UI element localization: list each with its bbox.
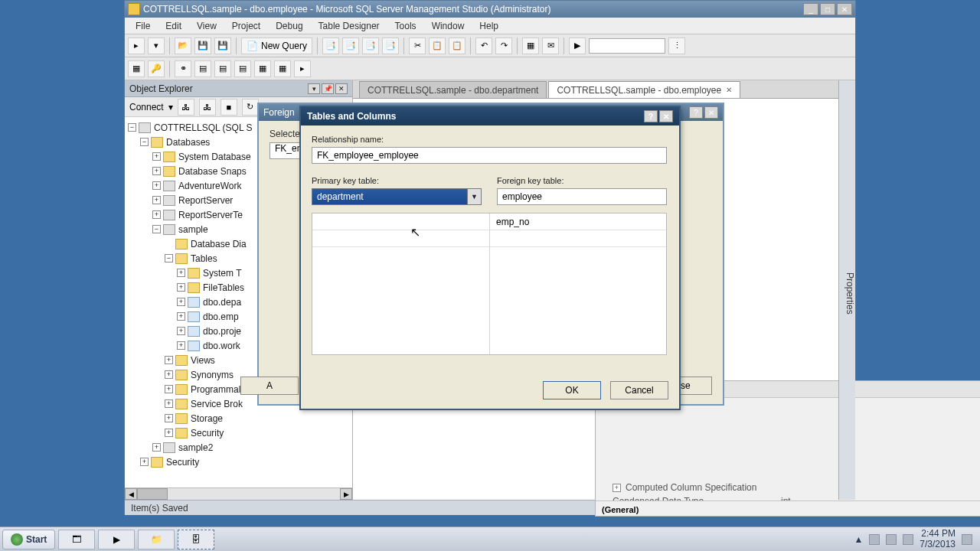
undo-button[interactable]: ↶ — [475, 37, 492, 54]
dropdown-icon[interactable]: ▼ — [467, 189, 481, 204]
tray-icon[interactable] — [869, 534, 880, 545]
db-icon — [163, 181, 175, 191]
tc-close-button[interactable]: ✕ — [659, 110, 673, 122]
db-icon — [163, 210, 175, 220]
tb2-8[interactable]: ▸ — [294, 60, 311, 77]
menu-debug[interactable]: Debug — [270, 19, 309, 33]
open-file-button[interactable]: 📂 — [175, 37, 191, 54]
new-query-button[interactable]: 📄New Query — [241, 37, 312, 54]
tree-hscroll[interactable]: ◀▶ — [125, 487, 352, 500]
clock[interactable]: 2:44 PM7/3/2013 — [920, 529, 956, 549]
window-title: COTTRELLSQL.sample - dbo.employee - Micr… — [143, 4, 550, 15]
fk-column-cell[interactable] — [490, 230, 666, 247]
tb2-idx[interactable]: ▤ — [194, 60, 211, 77]
connect-btn4[interactable]: ↻ — [242, 99, 259, 116]
open-button[interactable]: ▾ — [148, 37, 165, 54]
tb2-key[interactable]: 🔑 — [148, 60, 165, 77]
redo-button[interactable]: ↷ — [495, 37, 512, 54]
new-project-button[interactable]: ▸ — [128, 37, 145, 54]
tbtn-3[interactable]: 📑 — [362, 37, 379, 54]
cut-button[interactable]: ✂ — [409, 37, 426, 54]
pk-column-cell[interactable] — [312, 214, 489, 230]
fk-list-item[interactable]: FK_em — [270, 142, 303, 159]
menu-tools[interactable]: Tools — [389, 19, 423, 33]
folder-icon — [188, 268, 200, 279]
tb2-7[interactable]: ▦ — [274, 60, 291, 77]
titlebar[interactable]: COTTRELLSQL.sample - dbo.employee - Micr… — [125, 1, 855, 18]
paste-button[interactable]: 📋 — [449, 37, 466, 54]
server-icon — [139, 122, 151, 133]
db-icon — [163, 442, 175, 453]
fk-add-button[interactable]: A — [240, 377, 299, 395]
tab-department[interactable]: COTTRELLSQL.sample - dbo.department — [359, 81, 547, 98]
connect-label[interactable]: Connect — [129, 102, 164, 112]
tc-help-button[interactable]: ? — [644, 110, 658, 122]
oe-pin-button[interactable]: 📌 — [322, 83, 334, 94]
tray-arrow-icon[interactable]: ▲ — [854, 534, 863, 545]
menu-project[interactable]: Project — [226, 19, 266, 33]
oe-drop-button[interactable]: ▾ — [308, 83, 320, 94]
relationship-name-input[interactable]: FK_employee_employee — [312, 147, 667, 164]
ok-button[interactable]: OK — [543, 381, 601, 399]
tbtn-1[interactable]: 📑 — [322, 37, 339, 54]
connect-btn3[interactable]: ■ — [220, 99, 237, 116]
close-button[interactable]: ✕ — [837, 3, 852, 15]
search-input[interactable] — [589, 38, 665, 54]
fk-column-cell[interactable]: emp_no — [490, 214, 666, 230]
toolbar-secondary: ▦ 🔑 ⚭ ▤ ▤ ▤ ▦ ▦ ▸ — [125, 57, 855, 80]
tray-network-icon[interactable] — [903, 534, 913, 545]
tc-dialog-title[interactable]: Tables and Columns ? ✕ — [301, 107, 679, 126]
tb2-chk[interactable]: ▤ — [214, 60, 231, 77]
tbtn-7[interactable]: ⋮ — [668, 37, 685, 54]
show-desktop[interactable] — [962, 534, 972, 545]
save-all-button[interactable]: 💾 — [214, 37, 231, 54]
minimize-button[interactable]: _ — [803, 3, 818, 15]
tbtn-4[interactable]: 📑 — [382, 37, 399, 54]
tab-employee[interactable]: COTTRELLSQL.sample - dbo.employee✕ — [548, 81, 740, 98]
menu-edit[interactable]: Edit — [159, 19, 188, 33]
tb2-6[interactable]: ▦ — [254, 60, 271, 77]
pk-table-select[interactable]: department ▼ — [312, 188, 482, 205]
pk-column-cell[interactable] — [312, 230, 489, 247]
taskbar[interactable]: Start 🗔 ▶ 📁 🗄 ▲ 2:44 PM7/3/2013 — [0, 527, 980, 551]
maximize-button[interactable]: □ — [820, 3, 835, 15]
tbtn-6[interactable]: ✉ — [542, 37, 559, 54]
menu-view[interactable]: View — [191, 19, 223, 33]
fk-table-input[interactable]: employee — [497, 188, 667, 205]
folder-icon — [163, 166, 175, 177]
cp-general[interactable]: (General) — [596, 500, 980, 517]
tab-close-icon[interactable]: ✕ — [726, 86, 732, 94]
object-explorer-header[interactable]: Object Explorer ▾ 📌 ✕ — [125, 80, 352, 97]
column-mapping-grid[interactable]: emp_no — [312, 213, 667, 355]
cancel-button[interactable]: Cancel — [610, 381, 668, 399]
tb2-1[interactable]: ▦ — [128, 60, 145, 77]
save-button[interactable]: 💾 — [194, 37, 211, 54]
taskbar-ssms[interactable]: 🗄 — [178, 530, 214, 549]
folder-icon — [151, 457, 163, 468]
taskbar-folder[interactable]: 📁 — [138, 530, 175, 549]
menu-table-designer[interactable]: Table Designer — [312, 19, 386, 33]
folder-icon — [151, 137, 163, 148]
table-icon — [188, 311, 200, 322]
connect-btn2[interactable]: 🖧 — [199, 99, 216, 116]
system-tray[interactable]: ▲ 2:44 PM7/3/2013 — [846, 529, 980, 549]
tb2-5[interactable]: ▤ — [234, 60, 251, 77]
connect-btn1[interactable]: 🖧 — [178, 99, 194, 116]
taskbar-explorer[interactable]: 🗔 — [58, 530, 95, 549]
tbtn-5[interactable]: ▦ — [522, 37, 539, 54]
taskbar-powershell[interactable]: ▶ — [98, 530, 135, 549]
menu-window[interactable]: Window — [426, 19, 471, 33]
tbtn-2[interactable]: 📑 — [342, 37, 359, 54]
oe-close-button[interactable]: ✕ — [335, 83, 348, 94]
fk-help-button[interactable]: ? — [689, 106, 703, 119]
tb2-rel[interactable]: ⚭ — [175, 60, 191, 77]
tray-flag-icon[interactable] — [886, 534, 897, 545]
menu-help[interactable]: Help — [473, 19, 505, 33]
properties-sidebar-tab[interactable]: Properties — [838, 80, 855, 500]
start-button[interactable]: Start — [2, 530, 55, 549]
menu-file[interactable]: File — [129, 19, 156, 33]
fk-close-button[interactable]: ✕ — [704, 106, 718, 119]
copy-button[interactable]: 📋 — [429, 37, 446, 54]
toolbar-main: ▸ ▾ 📂 💾 💾 📄New Query 📑 📑 📑 📑 ✂ 📋 📋 ↶ ↷ ▦… — [125, 34, 855, 57]
play-button[interactable]: ▶ — [569, 37, 586, 54]
